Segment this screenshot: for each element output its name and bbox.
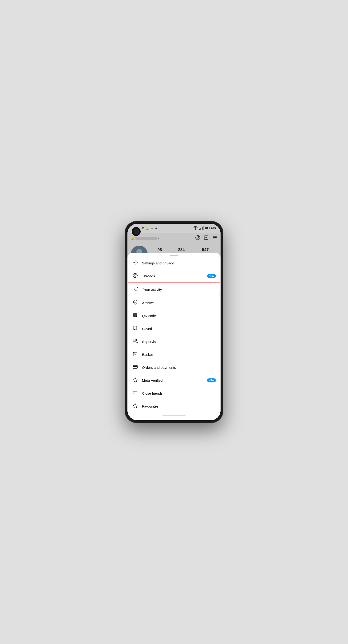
svg-point-7	[198, 236, 199, 237]
status-left: 50 🔔 ••• ☁	[142, 227, 157, 230]
threads-icon	[132, 273, 138, 279]
menu-item-saved[interactable]: Saved	[127, 322, 221, 335]
menu-item-close-friends[interactable]: Close friends	[127, 387, 221, 400]
star-icon	[132, 403, 138, 410]
settings-label: Settings and privacy	[142, 261, 216, 265]
threads-new-badge: NEW	[207, 274, 216, 278]
svg-rect-40	[134, 316, 135, 317]
basket-label: Basket	[142, 352, 216, 356]
bottom-sheet: Settings and privacy Threads NEW	[127, 253, 221, 420]
home-indicator-area	[127, 413, 221, 416]
lock-icon: 🔒	[131, 236, 135, 240]
activity-label: Your activity	[143, 288, 215, 292]
qr-icon	[132, 312, 138, 319]
camera-cutout	[132, 227, 141, 236]
nav-right	[195, 235, 217, 242]
phone-frame: 50 🔔 ••• ☁	[125, 221, 223, 423]
menu-item-archive[interactable]: Archive	[127, 296, 221, 309]
status-bar: 50 🔔 ••• ☁	[127, 224, 221, 233]
menu-item-basket[interactable]: Basket	[127, 348, 221, 361]
svg-rect-6	[206, 227, 208, 229]
svg-point-56	[134, 394, 134, 394]
verified-icon	[132, 377, 138, 384]
favourites-label: Favourites	[142, 404, 216, 408]
notification-icon: 🔔	[146, 227, 149, 230]
svg-point-33	[136, 274, 136, 275]
menu-item-meta[interactable]: Meta Verified NEW	[127, 374, 221, 387]
home-indicator	[162, 414, 186, 416]
supervision-label: Supervision	[142, 340, 216, 344]
meta-label: Meta Verified	[142, 378, 203, 382]
svg-point-55	[134, 392, 134, 392]
bookmark-icon	[132, 326, 138, 332]
svg-rect-48	[133, 366, 137, 368]
posts-count: 98	[156, 248, 163, 252]
signal-icon	[199, 226, 204, 231]
basket-icon	[132, 352, 138, 358]
threads-label: Threads	[142, 274, 203, 278]
close-friends-icon	[132, 390, 138, 396]
cloud-icon: ☁	[155, 227, 157, 230]
menu-item-settings[interactable]: Settings and privacy	[127, 257, 221, 270]
add-icon[interactable]	[204, 235, 209, 242]
svg-rect-3	[202, 227, 203, 230]
svg-rect-2	[200, 228, 201, 230]
meta-new-badge: NEW	[207, 378, 216, 382]
supervision-icon	[132, 338, 138, 345]
activity-icon	[133, 286, 139, 292]
chevron-down-icon[interactable]: ▼	[158, 237, 160, 240]
menu-item-qrcode[interactable]: QR code	[127, 309, 221, 322]
username-blurred	[135, 237, 157, 240]
menu-item-favourites[interactable]: Favourites	[127, 400, 221, 413]
svg-rect-38	[136, 314, 137, 314]
following-count: 547	[200, 248, 211, 252]
svg-rect-43	[137, 316, 137, 316]
svg-point-32	[135, 262, 136, 263]
svg-point-46	[134, 339, 135, 341]
svg-rect-44	[136, 316, 136, 317]
orders-label: Orders and payments	[142, 366, 216, 370]
status-right: 61%	[193, 226, 216, 231]
close-friends-label: Close friends	[142, 391, 216, 395]
dots-icon: •••	[151, 227, 153, 230]
sheet-drag-handle[interactable]	[170, 255, 178, 256]
menu-item-supervision[interactable]: Supervision	[127, 335, 221, 348]
svg-point-0	[195, 230, 196, 230]
menu-item-activity[interactable]: Your activity	[128, 282, 220, 296]
archive-icon	[132, 300, 138, 306]
wifi-icon	[193, 226, 198, 231]
phone-screen: 50 🔔 ••• ☁	[127, 224, 221, 420]
svg-rect-1	[199, 229, 200, 230]
menu-item-orders[interactable]: Orders and payments	[127, 361, 221, 374]
time-display: 50	[142, 227, 144, 230]
gear-icon	[132, 260, 138, 266]
menu-item-threads[interactable]: Threads NEW	[127, 270, 221, 282]
svg-rect-45	[137, 316, 137, 317]
followers-count: 284	[176, 248, 187, 252]
saved-label: Saved	[142, 327, 216, 331]
svg-rect-42	[136, 316, 136, 316]
battery-icon	[205, 226, 210, 231]
camera-lens	[134, 229, 139, 234]
hamburger-icon[interactable]	[212, 235, 217, 242]
card-icon	[132, 364, 138, 371]
qrcode-label: QR code	[142, 314, 216, 318]
battery-percent: 61%	[211, 227, 216, 230]
svg-rect-36	[134, 314, 135, 314]
top-nav: 🔒 ▼	[127, 233, 221, 244]
svg-marker-57	[133, 404, 137, 408]
threads-nav-icon[interactable]	[195, 235, 200, 242]
nav-left: 🔒 ▼	[131, 236, 160, 240]
archive-label: Archive	[142, 301, 216, 305]
svg-rect-4	[203, 226, 204, 230]
